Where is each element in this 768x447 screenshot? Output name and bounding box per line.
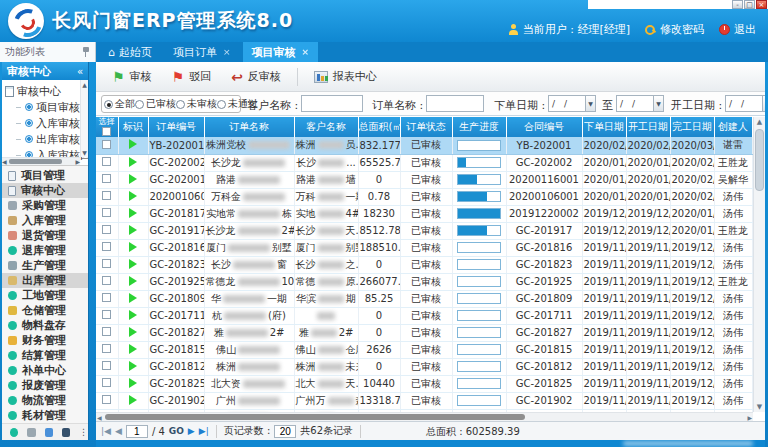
book-icon[interactable] <box>62 428 70 437</box>
table-row[interactable]: GC-202002长沙龙长沙...65525.7200..已审核GC-20200… <box>96 154 752 171</box>
column-header[interactable]: 创建人 <box>714 117 752 137</box>
last-page-button[interactable]: ▶| <box>199 427 209 436</box>
maximize-button[interactable]: □ <box>744 0 755 9</box>
table-row[interactable]: GC-201902广州广州万森林13318.775已审核GC-201902201… <box>96 392 752 409</box>
page-number-input[interactable] <box>126 425 148 438</box>
scroll-right-icon[interactable]: ▶ <box>747 414 752 421</box>
tree-horizontal-scrollbar[interactable]: ◀ ▶ <box>2 157 80 165</box>
row-checkbox[interactable] <box>102 310 111 319</box>
table-row[interactable]: GC-201809华一期华滨期85.25已审核GC-2018092019/11/… <box>96 290 752 307</box>
more-icon[interactable]: ⋮ <box>79 428 88 437</box>
scroll-up-icon[interactable]: ▲ <box>81 81 88 88</box>
table-row[interactable]: GC-201812株洲株洲未来0已审核GC-2018122019/11/2020… <box>96 358 752 375</box>
scroll-down-icon[interactable]: ▼ <box>81 149 88 156</box>
sidebar-item[interactable]: 物料盘存 <box>2 318 88 333</box>
minimize-button[interactable]: - <box>732 0 743 9</box>
action-button-1[interactable]: ⚑驳回 <box>164 65 220 88</box>
tree-vertical-scrollbar[interactable]: ▲ ▼ <box>80 80 88 157</box>
customer-name-input[interactable] <box>301 95 363 112</box>
sidebar-item[interactable]: 生产管理 <box>2 258 88 273</box>
status-radio[interactable]: 已审核 <box>135 97 176 111</box>
close-button[interactable]: × <box>756 0 767 9</box>
row-checkbox[interactable] <box>102 191 111 200</box>
select-all-checkbox[interactable] <box>102 127 111 136</box>
row-checkbox[interactable] <box>102 174 111 183</box>
row-checkbox[interactable] <box>102 225 111 234</box>
sidebar-item[interactable]: 项目管理 <box>2 168 88 183</box>
row-checkbox[interactable] <box>102 293 111 302</box>
column-header[interactable]: 生产进度 <box>452 117 506 137</box>
row-checkbox[interactable] <box>102 259 111 268</box>
table-row[interactable]: GC-201925常德龙10常德原...266077.835..已审核GC-20… <box>96 273 752 290</box>
table-row[interactable]: GC-201816厦门别墅厦门别墅188510.818已审核GC-2018162… <box>96 239 752 256</box>
page-size-input[interactable] <box>274 425 296 438</box>
row-checkbox[interactable] <box>102 327 111 336</box>
row-checkbox[interactable] <box>102 344 111 353</box>
column-header[interactable]: 完工日期 <box>670 117 714 137</box>
action-button-2[interactable]: ↩反审核 <box>223 65 289 88</box>
date-dropdown-icon[interactable]: ▼ <box>585 95 596 112</box>
row-checkbox[interactable] <box>102 361 111 370</box>
sidebar-item[interactable]: 结算管理 <box>2 348 88 363</box>
scrollbar-thumb[interactable] <box>755 129 764 191</box>
row-checkbox[interactable] <box>102 276 111 285</box>
scrollbar-thumb[interactable] <box>9 159 62 164</box>
table-row[interactable]: GC-201825北大资北大天...10440已审核GC-2018252019/… <box>96 375 752 392</box>
status-radio[interactable]: 全部 <box>104 97 135 111</box>
column-header[interactable]: 合同编号 <box>506 117 582 137</box>
table-row[interactable]: 20200106001万科金万科一期0.78已审核202001060012020… <box>96 188 752 205</box>
go-button[interactable]: GO <box>169 426 184 436</box>
vertical-scrollbar[interactable]: ▲ ▼ <box>753 117 765 412</box>
sidebar-item[interactable]: 报废管理 <box>2 378 88 393</box>
report-center-button[interactable]: 报表中心 <box>306 65 385 88</box>
column-header[interactable]: 订单名称 <box>204 117 294 137</box>
pen-icon[interactable] <box>45 428 53 437</box>
order-date-to-input[interactable]: / / <box>616 95 654 112</box>
logout-button[interactable]: 退出 <box>719 22 756 37</box>
table-row[interactable]: GC-201815佛山佛山仓库2626已审核GC-2018152019/11/2… <box>96 341 752 358</box>
sidebar-item[interactable]: 退库管理 <box>2 243 88 258</box>
sidebar-item[interactable]: 财务管理 <box>2 333 88 348</box>
sidebar-item[interactable]: 审核中心 <box>2 183 88 198</box>
table-row[interactable]: GC-201823长沙窗长沙之...0已审核GC-2018232019/11/2… <box>96 256 752 273</box>
green-dot-icon[interactable] <box>10 428 18 437</box>
scroll-up-icon[interactable]: ▲ <box>754 118 765 126</box>
first-page-button[interactable]: |◀ <box>101 427 111 436</box>
tree-root[interactable]: 审核中心 <box>5 83 80 99</box>
row-checkbox[interactable] <box>102 208 111 217</box>
scroll-left-icon[interactable]: ◀ <box>97 414 102 421</box>
tab-item[interactable]: 项目订单× <box>164 42 240 62</box>
scroll-left-icon[interactable]: ◀ <box>2 158 7 165</box>
sidebar-item[interactable]: 工地管理 <box>2 288 88 303</box>
sidebar-item[interactable]: 仓储管理 <box>2 303 88 318</box>
next-page-button[interactable]: ▶ <box>188 427 195 436</box>
scroll-down-icon[interactable]: ▼ <box>754 403 765 411</box>
tree-node[interactable]: 项目审核 <box>5 99 80 115</box>
start-date-input[interactable]: / / <box>725 95 763 112</box>
row-checkbox[interactable] <box>102 242 111 251</box>
table-row[interactable]: YB-202001株洲党校株洲员...832.177已审核YB-20200120… <box>96 137 752 154</box>
scroll-right-icon[interactable]: ▶ <box>75 158 80 165</box>
change-password-button[interactable]: 修改密码 <box>645 22 704 37</box>
column-header[interactable]: 开工日期 <box>626 117 670 137</box>
row-checkbox[interactable] <box>102 157 111 166</box>
sidebar-item[interactable]: 物流管理 <box>2 393 88 408</box>
date-dropdown-icon[interactable]: ▼ <box>762 95 765 112</box>
order-date-from-input[interactable]: / / <box>548 95 586 112</box>
tab-close-icon[interactable]: × <box>223 47 231 57</box>
sidebar-item[interactable]: 入库管理 <box>2 213 88 228</box>
tree-node[interactable]: 入库审核 <box>5 115 80 131</box>
tab-active[interactable]: 项目审核× <box>243 42 319 62</box>
row-checkbox[interactable] <box>102 378 111 387</box>
sidebar-item[interactable]: 补单中心 <box>2 363 88 378</box>
prev-page-button[interactable]: ◀ <box>115 427 122 436</box>
scrollbar-thumb[interactable] <box>105 414 525 420</box>
horizontal-scrollbar[interactable]: ◀ ▶ <box>96 412 753 421</box>
tab-close-icon[interactable]: × <box>302 47 310 57</box>
sidebar-item[interactable]: 出库管理 <box>2 273 88 288</box>
order-name-input[interactable] <box>426 95 484 112</box>
sidebar-item[interactable]: 耗材管理 <box>2 408 88 423</box>
date-dropdown-icon[interactable]: ▼ <box>653 95 664 112</box>
sidebar-item[interactable]: 退货管理 <box>2 228 88 243</box>
status-radio[interactable]: 未审核 <box>176 97 217 111</box>
